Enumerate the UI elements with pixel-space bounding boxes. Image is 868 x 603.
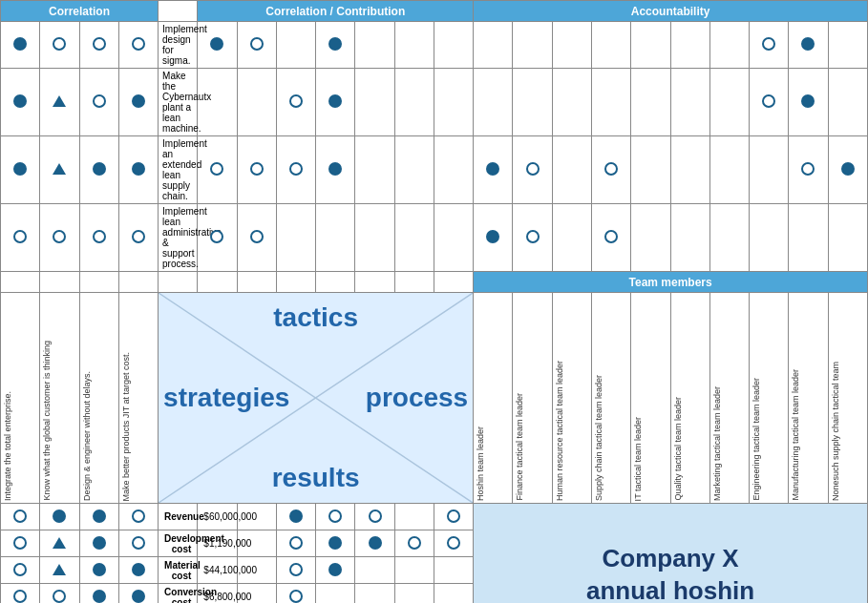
tm-3-9 <box>789 136 828 204</box>
sym-r3-4 <box>118 557 158 584</box>
tc-3-7 <box>434 136 473 204</box>
sym-r3-3 <box>79 557 118 584</box>
rc-2-4 <box>316 530 355 557</box>
rc-3-3 <box>276 557 315 584</box>
blank-6-6 <box>198 272 237 293</box>
sym-s2-1 <box>1 69 40 136</box>
sym-s4-1 <box>1 204 40 272</box>
tm-2-5 <box>631 69 670 136</box>
tm-2-9 <box>789 69 828 136</box>
tm-rot-9: Manufacturing tactical team leader <box>789 293 828 504</box>
tc-4-2 <box>237 204 276 272</box>
blank-6-9 <box>316 272 355 293</box>
blank-6-5 <box>159 272 198 293</box>
result-value-1: $60,000,000 <box>198 504 237 530</box>
tm-2-6 <box>670 69 709 136</box>
tm-4-5 <box>631 204 670 272</box>
strat-rot-2: Know what the global customer is thinkin… <box>40 293 79 504</box>
tm-2-7 <box>709 69 749 136</box>
tc-2-1 <box>198 69 237 136</box>
blank-6-12 <box>434 272 473 293</box>
rc-3-5 <box>355 557 394 584</box>
rc-1-5 <box>355 504 394 530</box>
tm-1-6 <box>670 22 709 69</box>
tc-2-4 <box>316 69 355 136</box>
tc-1-5 <box>355 22 394 69</box>
rc-2-6 <box>394 530 434 557</box>
rc-4-5 <box>355 584 394 604</box>
tm-1-8 <box>750 22 789 69</box>
result-label-3: Material cost <box>159 557 198 584</box>
sym-s2-4 <box>118 69 158 136</box>
strat-rot-3: Design & engineer without delays. <box>79 293 118 504</box>
accountability-header: Accountability <box>474 1 868 22</box>
rc-4-3 <box>276 584 315 604</box>
tm-1-7 <box>709 22 749 69</box>
sym-s2-3 <box>79 69 118 136</box>
process-label: process <box>366 383 468 413</box>
blank-6-3 <box>79 272 118 293</box>
blank-6-4 <box>118 272 158 293</box>
rc-2-3 <box>276 530 315 557</box>
sym-s3-4 <box>118 136 158 204</box>
sym-s3-1 <box>1 136 40 204</box>
strat-rot-4: Make better products JIT at target cost. <box>118 293 158 504</box>
tm-4-3 <box>552 204 591 272</box>
tm-rot-10: Nonesuch supply chain tactical team <box>828 293 867 504</box>
tm-3-7 <box>709 136 749 204</box>
result-label-4: Conversion cost <box>159 584 198 604</box>
blank-6-11 <box>394 272 434 293</box>
rc-1-7 <box>434 504 473 530</box>
sym-r2-2 <box>40 530 79 557</box>
tm-rot-8: Engineering tactical team leader <box>750 293 789 504</box>
sym-r3-2 <box>40 557 79 584</box>
tm-3-2 <box>513 136 552 204</box>
strategy-text-1: Implement design for sigma. <box>159 22 198 69</box>
rc-2-7 <box>434 530 473 557</box>
tm-4-10 <box>828 204 867 272</box>
sym-r4-2 <box>40 584 79 604</box>
tc-3-3 <box>276 136 315 204</box>
tm-1-9 <box>789 22 828 69</box>
blank-6-2 <box>40 272 79 293</box>
tm-2-8 <box>750 69 789 136</box>
sym-r1-3 <box>79 504 118 530</box>
strategy-text-4: Implement lean administrative & support … <box>159 204 198 272</box>
blank-6-8 <box>276 272 315 293</box>
tc-3-4 <box>316 136 355 204</box>
tm-4-7 <box>709 204 749 272</box>
tm-rot-6: Quality tactical team leader <box>670 293 709 504</box>
sym-r3-1 <box>1 557 40 584</box>
blank-6-7 <box>237 272 276 293</box>
tm-1-4 <box>591 22 630 69</box>
tm-3-8 <box>750 136 789 204</box>
tm-4-8 <box>750 204 789 272</box>
tm-2-2 <box>513 69 552 136</box>
tc-4-5 <box>355 204 394 272</box>
tc-2-3 <box>276 69 315 136</box>
sym-s2-2 <box>40 69 79 136</box>
rc-3-6 <box>394 557 434 584</box>
sym-s1-2 <box>40 22 79 69</box>
rc-3-7 <box>434 557 473 584</box>
tm-2-1 <box>474 69 513 136</box>
sym-r1-1 <box>1 504 40 530</box>
sym-r1-4 <box>118 504 158 530</box>
blank-6-1 <box>1 272 40 293</box>
sym-r4-4 <box>118 584 158 604</box>
tc-4-4 <box>316 204 355 272</box>
strategy-text-2: Make the Cybernautx plant a lean machine… <box>159 69 198 136</box>
strat-rot-1: Integrate the total enterprise. <box>1 293 40 504</box>
tm-1-3 <box>552 22 591 69</box>
strategy-text-3: Implement an extended lean supply chain. <box>159 136 198 204</box>
tm-1-10 <box>828 22 867 69</box>
sym-s1-1 <box>1 22 40 69</box>
tm-1-5 <box>631 22 670 69</box>
sym-s4-2 <box>40 204 79 272</box>
tm-3-3 <box>552 136 591 204</box>
tm-rot-3: Human resource tactical team leader <box>552 293 591 504</box>
tm-4-4 <box>591 204 630 272</box>
tm-rot-5: IT tactical team leader <box>631 293 670 504</box>
tm-3-1 <box>474 136 513 204</box>
tm-4-2 <box>513 204 552 272</box>
